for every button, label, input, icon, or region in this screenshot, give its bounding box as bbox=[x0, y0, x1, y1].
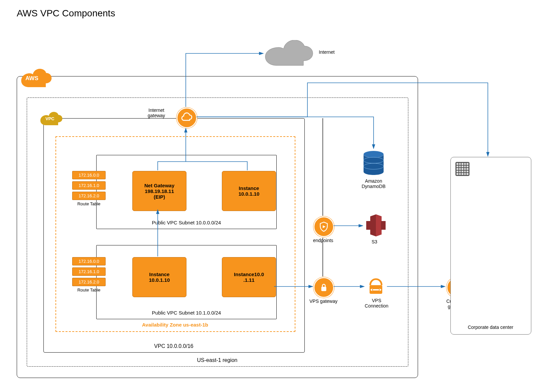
s3-label: S3 bbox=[372, 239, 377, 244]
rt2-row-2: 172.16.2.0 bbox=[72, 278, 106, 286]
corporate-data-center bbox=[450, 157, 531, 335]
net-gateway-line1: Net Gateway bbox=[144, 183, 174, 188]
svg-rect-7 bbox=[373, 289, 379, 290]
s2b-line2: .1.11 bbox=[243, 277, 254, 283]
igw-label-1: Internet bbox=[148, 108, 164, 113]
subnet1-instance-node: Instance 10.0.1.10 bbox=[222, 171, 276, 211]
vpsc-l1: VPS bbox=[372, 298, 381, 303]
net-gateway-line3: (EIP) bbox=[154, 194, 165, 200]
dynamodb-label: Amazon DynamoDB bbox=[357, 178, 390, 189]
region-label: US-east-1 region bbox=[197, 357, 238, 363]
aws-label: AWS bbox=[25, 75, 38, 82]
s2a-line2: 10.0.1.10 bbox=[149, 277, 170, 283]
net-gateway-line2: 198.19.18.11 bbox=[145, 188, 174, 194]
dynamodb-l2: DynamoDB bbox=[362, 184, 386, 189]
vpc-label: VPC bbox=[45, 116, 54, 121]
rt2-row-1: 172.16.1.0 bbox=[72, 267, 106, 276]
svg-point-0 bbox=[364, 151, 384, 158]
internet-label: Internet bbox=[319, 49, 334, 55]
svg-rect-3 bbox=[366, 221, 371, 230]
rt1-row-2: 172.16.2.0 bbox=[72, 192, 106, 200]
subnet2-instance-a: Instance 10.0.1.10 bbox=[132, 257, 186, 297]
rt1-caption: Route Table bbox=[72, 201, 106, 206]
rt1-row-0: 172.16.0.0 bbox=[72, 171, 106, 179]
internet-cloud-icon bbox=[264, 40, 314, 67]
svg-rect-5 bbox=[321, 287, 326, 291]
subnet-1-label: Public VPC Subnet 10.0.0.0/24 bbox=[152, 220, 221, 225]
internet-gateway-label: Internet gateway bbox=[143, 108, 170, 118]
svg-rect-4 bbox=[381, 221, 386, 230]
subnet2-instance-b: Instance10.0 .1.11 bbox=[222, 257, 276, 297]
igw-label-2: gateway bbox=[148, 113, 165, 118]
internet-gateway-icon bbox=[176, 108, 197, 128]
net-gateway-node: Net Gateway 198.19.18.11 (EIP) bbox=[132, 171, 186, 211]
dynamodb-icon bbox=[360, 150, 387, 176]
availability-zone-label: Availability Zone us-east-1b bbox=[142, 322, 208, 328]
s1-instance-line2: 10.0.1.10 bbox=[239, 191, 260, 197]
building-icon bbox=[455, 162, 469, 176]
corporate-dc-label: Corporate data center bbox=[467, 325, 514, 330]
route-table-1: 172.16.0.0 172.16.1.0 172.16.2.0 Route T… bbox=[72, 171, 106, 206]
subnet-2-label: Public VPC Subnet 10.1.0.0/24 bbox=[152, 310, 221, 316]
s1-instance-line1: Instance bbox=[239, 185, 259, 191]
s2a-line1: Instance bbox=[149, 271, 170, 277]
route-table-2: 172.16.0.0 172.16.1.0 172.16.2.0 Route T… bbox=[72, 257, 106, 292]
s2b-line1: Instance10.0 bbox=[234, 271, 264, 277]
endpoints-label: endpoints bbox=[311, 238, 335, 243]
s3-icon bbox=[364, 214, 388, 237]
vpc-box-label: VPC 10.0.0.0/16 bbox=[154, 343, 193, 349]
vps-gateway-label: VPS gateway bbox=[308, 299, 339, 304]
vps-connection-label: VPS Connection bbox=[363, 298, 390, 309]
dynamodb-l1: Amazon bbox=[365, 178, 382, 184]
rt2-caption: Route Table bbox=[72, 287, 106, 292]
vpsc-l2: Connection bbox=[365, 303, 389, 309]
page-title: AWS VPC Components bbox=[17, 8, 115, 19]
rt1-row-1: 172.16.1.0 bbox=[72, 181, 106, 190]
endpoints-icon bbox=[313, 216, 334, 237]
vps-connection-icon bbox=[366, 275, 386, 296]
vps-gateway-icon bbox=[313, 277, 334, 298]
rt2-row-0: 172.16.0.0 bbox=[72, 257, 106, 265]
